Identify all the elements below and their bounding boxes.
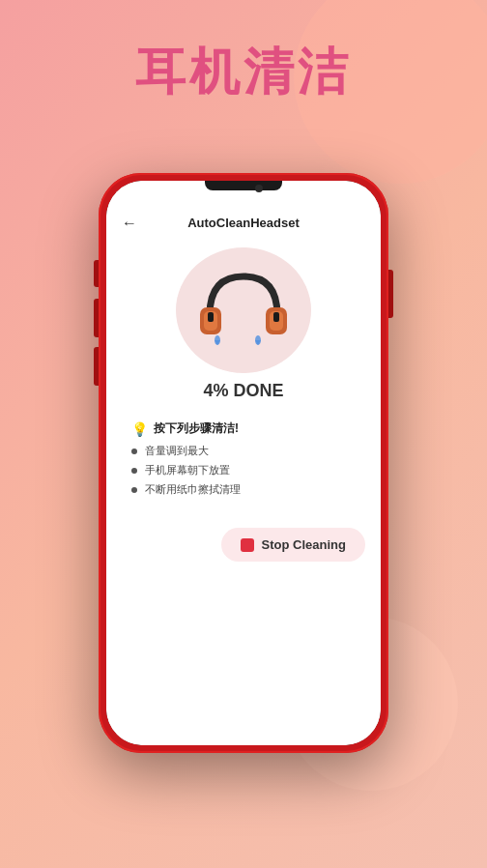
mute-button (94, 260, 99, 287)
volume-up-button (94, 299, 99, 337)
headphone-illustration (176, 247, 311, 373)
instruction-item-3: 不断用纸巾擦拭清理 (131, 483, 356, 497)
phone-inner: ← AutoCleanHeadset (106, 181, 381, 745)
instruction-text-3: 不断用纸巾擦拭清理 (145, 483, 241, 497)
app-title: 耳机清洁 (135, 39, 352, 106)
svg-rect-5 (273, 312, 279, 322)
stop-label: Stop Cleaning (262, 537, 346, 552)
instruction-text-2: 手机屏幕朝下放置 (145, 464, 230, 477)
instructions-title-text: 按下列步骤清洁! (154, 420, 239, 437)
app-header: ← AutoCleanHeadset (106, 208, 381, 238)
progress-text: 4% DONE (203, 381, 283, 401)
app-body: 4% DONE 💡 按下列步骤清洁! 音量调到最大 手机屏幕朝下放置 (106, 238, 381, 745)
volume-down-button (94, 347, 99, 386)
back-button[interactable]: ← (122, 215, 137, 232)
instruction-item-2: 手机屏幕朝下放置 (131, 464, 356, 477)
dot-1 (131, 448, 137, 454)
stop-button-container: Stop Cleaning (122, 528, 365, 562)
phone-screen: ← AutoCleanHeadset (106, 181, 381, 745)
phone-notch (106, 181, 381, 208)
instructions-title: 💡 按下列步骤清洁! (131, 420, 356, 437)
notch-camera (255, 185, 263, 192)
headphone-svg (190, 257, 297, 363)
phone-shell: ← AutoCleanHeadset (99, 173, 388, 753)
app-header-title: AutoCleanHeadset (187, 216, 300, 230)
bulb-icon: 💡 (131, 421, 148, 437)
instruction-text-1: 音量调到最大 (145, 445, 209, 458)
dot-2 (131, 468, 137, 474)
stop-icon (241, 538, 254, 552)
power-button (388, 270, 393, 318)
svg-rect-4 (208, 312, 214, 322)
instruction-item-1: 音量调到最大 (131, 445, 356, 458)
instructions-box: 💡 按下列步骤清洁! 音量调到最大 手机屏幕朝下放置 不断用纸巾擦拭清理 (122, 413, 365, 510)
stop-cleaning-button[interactable]: Stop Cleaning (221, 528, 365, 562)
dot-3 (131, 487, 137, 493)
notch-bar (205, 181, 282, 190)
